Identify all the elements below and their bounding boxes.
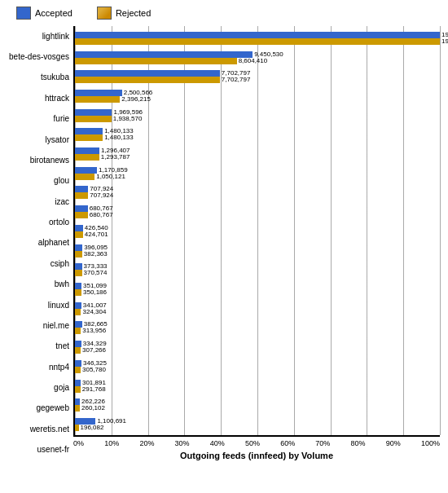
x-tick: 30%	[175, 439, 190, 447]
bar-accepted-lightlink	[75, 32, 440, 38]
bar-accepted-glou	[75, 167, 97, 174]
bars-section: 19,815,98219,406,0249,450,5308,604,4107,…	[73, 26, 440, 437]
x-tick: 40%	[210, 439, 225, 447]
y-label-tnet: tnet	[8, 342, 69, 350]
bar-accepted-nntp4	[75, 341, 81, 347]
y-label-lightlink: lightlink	[8, 33, 69, 41]
bar-row-bwh: 373,333370,574	[75, 262, 440, 275]
bar-accepted-alphanet	[75, 225, 83, 231]
legend-accepted: Accepted	[16, 7, 72, 20]
bar-row-birotanews: 1,296,4071,293,787	[75, 147, 440, 160]
bar-rejected-niel.me	[75, 309, 81, 315]
x-tick: 10%	[104, 439, 119, 447]
bar-row-httrack: 2,500,5662,396,215	[75, 89, 440, 102]
y-label-tsukuba: tsukuba	[8, 73, 69, 81]
x-axis: 0%10%20%30%40%50%60%70%80%90%100%	[73, 437, 440, 447]
bar-accepted-niel.me	[75, 302, 81, 309]
y-label-httrack: httrack	[8, 95, 69, 103]
bar-label-rejected-gegeweb: 291,768	[82, 386, 106, 393]
bar-accepted-tnet	[75, 321, 82, 328]
bar-rejected-tsukuba	[75, 77, 220, 83]
y-label-lysator: lysator	[8, 136, 69, 144]
legend-rejected-box	[97, 7, 112, 20]
y-label-bete-des-vosges: bete-des-vosges	[8, 53, 69, 61]
bar-accepted-gegeweb	[75, 380, 81, 386]
bar-label-rejected-izac: 707,924	[90, 192, 113, 199]
y-label-izac: izac	[8, 198, 69, 206]
bar-rejected-csiph	[75, 251, 82, 258]
bar-label-rejected-weretis.net: 260,102	[81, 405, 105, 412]
bar-label-rejected-nntp4: 307,266	[82, 347, 106, 354]
bar-accepted-lysator	[75, 128, 103, 134]
bar-row-furie: 1,969,5961,938,570	[75, 108, 440, 121]
bar-rejected-glou	[75, 174, 94, 180]
bar-rejected-weretis.net	[75, 405, 80, 412]
bar-label-rejected-lysator: 1,480,133	[104, 134, 134, 141]
y-label-csiph: csiph	[8, 260, 69, 268]
bar-row-lightlink: 19,815,98219,406,024	[75, 31, 440, 44]
bar-rejected-lightlink	[75, 38, 440, 45]
bar-row-tnet: 382,665313,956	[75, 320, 440, 333]
bar-row-lysator: 1,480,1331,480,133	[75, 127, 440, 140]
bar-label-rejected-lightlink: 19,406,024	[441, 38, 448, 45]
bar-label-rejected-bete-des-vosges: 8,604,410	[239, 58, 268, 64]
bar-row-gegeweb: 301,891291,768	[75, 379, 440, 392]
bar-label-rejected-linuxd: 350,186	[83, 289, 107, 296]
chart-title: Outgoing feeds (innfeed) by Volume	[73, 451, 440, 460]
bar-row-bete-des-vosges: 9,450,5308,604,410	[75, 51, 440, 64]
bar-row-csiph: 396,095382,363	[75, 244, 440, 257]
bar-rejected-birotanews	[75, 154, 99, 161]
y-label-goja: goja	[8, 384, 69, 392]
bar-accepted-birotanews	[75, 147, 99, 154]
bar-rejected-tnet	[75, 328, 81, 334]
bar-row-weretis.net: 262,226260,102	[75, 398, 440, 411]
x-tick: 20%	[139, 439, 154, 447]
bar-label-rejected-tsukuba: 7,702,797	[222, 77, 251, 83]
y-axis-labels: lightlinkbete-des-vosgestsukubahttrackfu…	[8, 26, 73, 460]
bar-accepted-csiph	[75, 244, 82, 251]
bar-accepted-bwh	[75, 263, 82, 270]
chart-container: Accepted Rejected lightlinkbete-des-vosg…	[0, 0, 448, 493]
bar-row-ortolo: 680,767680,767	[75, 205, 440, 218]
x-tick: 90%	[386, 439, 401, 447]
bar-row-tsukuba: 7,702,7977,702,797	[75, 69, 440, 82]
legend: Accepted Rejected	[8, 7, 440, 20]
bar-accepted-ortolo	[75, 205, 88, 212]
bar-rejected-gegeweb	[75, 386, 81, 393]
bar-rejected-bwh	[75, 270, 82, 276]
bar-accepted-tsukuba	[75, 70, 220, 77]
bar-label-rejected-alphanet: 424,701	[85, 231, 108, 238]
bars-rows: 19,815,98219,406,0249,450,5308,604,4107,…	[75, 26, 440, 435]
x-tick: 70%	[315, 439, 330, 447]
bar-accepted-linuxd	[75, 283, 81, 289]
bar-label-rejected-birotanews: 1,293,787	[101, 154, 130, 161]
bar-row-goja: 346,325305,780	[75, 359, 440, 372]
bar-accepted-bete-des-vosges	[75, 51, 253, 58]
bar-row-niel.me: 341,007324,304	[75, 302, 440, 315]
legend-rejected: Rejected	[97, 7, 151, 20]
y-label-glou: glou	[8, 177, 69, 185]
bar-row-linuxd: 351,099350,186	[75, 282, 440, 295]
y-label-weretis.net: weretis.net	[8, 425, 69, 434]
bar-label-rejected-csiph: 382,363	[84, 251, 108, 258]
y-label-alphanet: alphanet	[8, 239, 69, 247]
bar-accepted-httrack	[75, 90, 122, 96]
bar-label-rejected-glou: 1,050,121	[96, 174, 125, 180]
bar-row-alphanet: 426,540424,701	[75, 224, 440, 237]
bar-rejected-nntp4	[75, 347, 81, 354]
bar-rejected-bete-des-vosges	[75, 58, 237, 64]
y-label-gegeweb: gegeweb	[8, 404, 69, 412]
bar-rejected-httrack	[75, 96, 120, 103]
y-label-birotanews: birotanews	[8, 156, 69, 165]
bar-rejected-lysator	[75, 134, 103, 141]
bar-label-rejected-httrack: 2,396,215	[121, 96, 151, 103]
bars-and-x: 19,815,98219,406,0249,450,5308,604,4107,…	[73, 26, 440, 460]
y-label-niel.me: niel.me	[8, 322, 69, 330]
bar-label-rejected-niel.me: 324,304	[82, 309, 106, 315]
bar-accepted-goja	[75, 360, 81, 367]
x-tick: 0%	[73, 439, 84, 447]
chart-area: lightlinkbete-des-vosgestsukubahttrackfu…	[8, 26, 440, 460]
bar-rejected-goja	[75, 367, 81, 373]
y-label-bwh: bwh	[8, 280, 69, 288]
legend-accepted-label: Accepted	[35, 8, 72, 18]
